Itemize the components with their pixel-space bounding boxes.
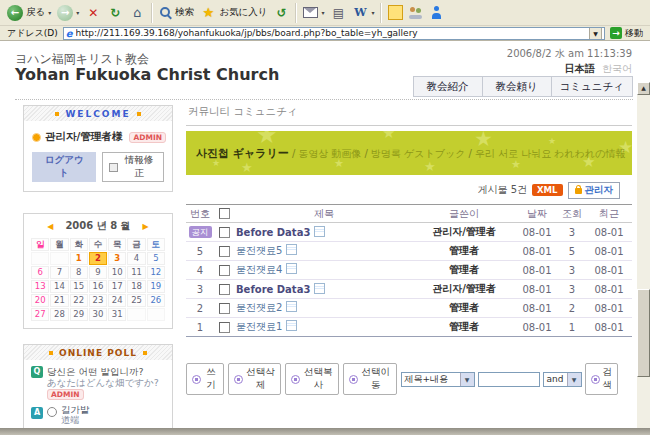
calendar-day: 30 [89,308,107,321]
tab-church-news[interactable]: 教会頼り [483,76,552,97]
lang-japanese-link[interactable]: 日本語 [565,63,595,74]
select-all-checkbox[interactable] [219,208,230,219]
word-icon: W [352,5,368,21]
row-checkbox[interactable] [219,265,230,276]
post-title-link[interactable]: Before Data3 [236,284,310,295]
post-title-link[interactable]: 묻전쟷료4 [236,264,282,275]
post-title-link[interactable]: 묻전쟷료5 [236,245,282,256]
header-right: 2006/8/2 水 am 11:13:39 日本語 한국어 [507,47,632,76]
scrollbar-thumb[interactable] [637,289,650,377]
author-link[interactable]: 管理者 [449,264,479,275]
mail-button[interactable]: ▾ [300,2,327,24]
lang-korean-link[interactable]: 한국어 [602,63,632,74]
table-row: 4묻전쟷료4管理者08-01308-01 [186,261,632,280]
favorites-button[interactable]: ★ お気に入り [197,2,270,24]
author-link[interactable]: 管理者 [449,321,479,332]
calendar-day[interactable]: 1 [70,252,88,265]
scroll-up-button[interactable]: ▲ [637,82,650,95]
action-button[interactable]: 선택이동 [343,363,397,395]
radio-button[interactable] [47,407,57,417]
notes-button[interactable] [385,2,406,24]
cell-checkbox [214,245,234,257]
cell-title: Before Data3 [234,226,412,238]
home-button[interactable]: ⌂ [126,2,148,24]
banner-menu-item[interactable]: 우리 서로 나눠요 われわれの情報 [475,148,626,159]
calendar-day: 21 [50,294,68,307]
author-link[interactable]: 管理者 [449,245,479,256]
search-submit-button[interactable]: 검색 [585,363,619,395]
edit-info-button[interactable]: 情報修正 [102,152,164,182]
search-button-label: 검색 [603,366,613,392]
action-button[interactable]: 선택삭제 [228,363,282,395]
print-button[interactable]: ▤ [327,2,349,24]
logged-in-user: 관리자/管理者様 ADMIN [24,121,172,149]
vertical-scrollbar[interactable]: ▲ ▼ [637,82,650,428]
address-dropdown-icon[interactable]: ▼ [589,27,602,40]
chevron-down-icon: ▼ [460,373,474,386]
action-button[interactable]: 선택복사 [285,363,339,395]
tab-community[interactable]: コミュニチィ [552,76,633,97]
forward-button[interactable]: → ▾ [54,2,82,24]
row-checkbox[interactable] [219,303,230,314]
refresh-button[interactable]: ↻ [104,2,126,24]
edit-info-label: 情報修正 [121,154,157,180]
chevron-down-icon[interactable]: ▾ [321,9,324,16]
search-field-select[interactable]: 제목+내용 ▼ [401,372,475,387]
cell-number: 5 [186,246,214,257]
search-button-toolbar[interactable]: 検索 [156,2,197,24]
stop-button[interactable]: ✕ [82,2,104,24]
table-row: 공지Before Data3관리자/管理者08-01308-01 [186,223,632,242]
calendar-day[interactable]: 2 [89,252,107,265]
messenger-icon [430,6,443,19]
cell-recent: 08-01 [586,322,632,333]
banner-menu-item[interactable]: 사진첩 ギャラリー [196,147,289,160]
chevron-down-icon[interactable]: ▾ [48,9,51,16]
board-table-body: 공지Before Data3관리자/管理者08-01308-015묻전쟷료5管理… [186,223,632,336]
messenger-button[interactable] [427,2,446,24]
calendar-day: 13 [31,280,49,293]
post-title-link[interactable]: 묻전쟷료1 [236,321,282,332]
cell-views: 3 [558,227,586,238]
back-button[interactable]: ← 戻る ▾ [4,2,54,24]
author-link[interactable]: 관리자/管理者 [432,226,496,237]
cell-title: 묻전쟷료1 [234,320,412,334]
row-checkbox[interactable] [219,227,230,238]
author-link[interactable]: 관리자/管理者 [432,283,496,294]
row-checkbox[interactable] [219,322,230,333]
action-button[interactable]: 쓰기 [186,363,224,395]
cell-number: 2 [186,303,214,314]
welcome-box: WELCOME 관리자/管理者様 ADMIN ログアウト 情報修正 [23,105,173,192]
calendar-day[interactable]: 3 [108,252,126,265]
next-month-button[interactable]: ▶ [143,222,149,231]
cell-date: 08-01 [516,322,558,333]
board-admin-button[interactable]: 관리자 [568,182,621,199]
calendar-day: 15 [70,280,88,293]
post-title-link[interactable]: Before Data3 [236,227,310,238]
orange-dot-icon [32,133,41,142]
chevron-down-icon[interactable]: ▾ [76,9,79,16]
row-checkbox[interactable] [219,284,230,295]
edit-with-word-button[interactable]: W ▾ [349,2,377,24]
calendar-day: 17 [108,280,126,293]
banner-menu-item[interactable]: 방명록 ゲストブック [371,148,466,159]
xml-button[interactable]: XML [532,184,562,196]
address-bar: アドレス(D) e http://211.169.39.168/yohanfuk… [0,26,650,41]
chevron-down-icon[interactable]: ▾ [371,9,374,16]
search-input[interactable] [478,372,540,387]
search-operator-select[interactable]: and ▼ [543,372,582,387]
author-link[interactable]: 管理者 [449,302,479,313]
online-poll-widget: ONLINE POLL Q 당신은 어떤 밭입니까? あなたはどんな畑ですか? … [23,344,173,428]
tab-church-intro[interactable]: 教会紹介 [413,76,483,97]
banner-menu-item[interactable]: 동영상 動画像 [298,148,361,159]
go-button[interactable]: → 移動 [605,27,648,40]
address-input[interactable]: e http://211.169.39.168/yohanfukuoka/jp/… [63,27,605,40]
post-title-link[interactable]: 묻전쟷료2 [236,302,282,313]
row-checkbox[interactable] [219,246,230,257]
calendar-day: 28 [50,308,68,321]
discuss-button[interactable] [406,2,427,24]
calendar-day: 20 [31,294,49,307]
calendar-day: 27 [31,308,49,321]
history-button[interactable]: ↺ [270,2,292,24]
logout-button[interactable]: ログアウト [32,152,96,182]
prev-month-button[interactable]: ◀ [47,222,53,231]
